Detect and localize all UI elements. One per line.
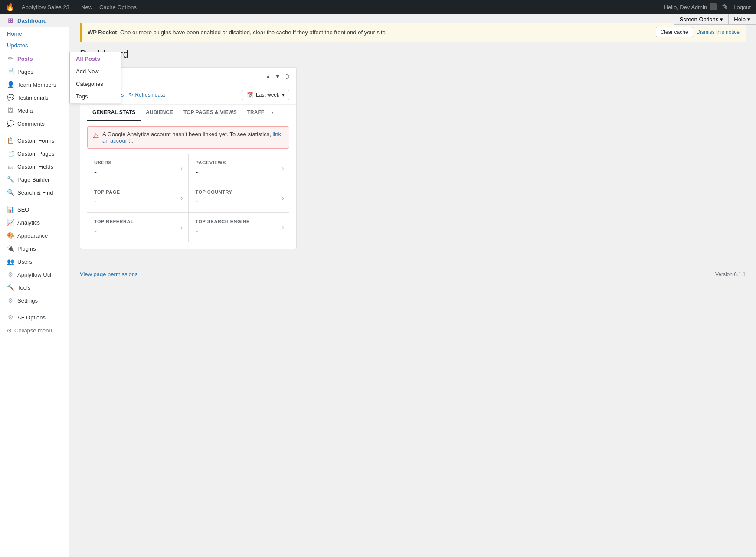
sidebar-home-link[interactable]: Home	[0, 27, 69, 40]
clear-cache-button[interactable]: Clear cache	[656, 27, 693, 37]
new-button[interactable]: + New	[76, 4, 92, 10]
sidebar-item-team-members[interactable]: 👤 Team Members	[0, 78, 69, 91]
widget-tabs: GENERAL STATS AUDIENCE TOP PAGES & VIEWS…	[80, 105, 296, 121]
top-search-engine-value: -	[196, 227, 283, 236]
dismiss-notice-button[interactable]: Dismiss this notice	[697, 29, 740, 35]
sidebar-item-analytics[interactable]: 📈 Analytics	[0, 216, 69, 229]
period-selector-button[interactable]: 📅 Last week ▾	[242, 90, 289, 100]
widget-collapse-up-button[interactable]: ▲	[265, 73, 271, 80]
sidebar-item-tools[interactable]: 🔨 Tools	[0, 281, 69, 294]
tab-traffic[interactable]: TRAFF	[242, 105, 269, 121]
sidebar-item-plugins[interactable]: 🔌 Plugins	[0, 242, 69, 255]
sidebar-item-page-builder[interactable]: 🔧 Page Builder	[0, 173, 69, 186]
tab-audience[interactable]: AUDIENCE	[141, 105, 178, 121]
version-label: Version 6.1.1	[715, 271, 746, 277]
site-name[interactable]: Applyflow Sales 23	[22, 4, 69, 10]
posts-dropdown-menu: All Posts Add New Categories Tags	[69, 52, 121, 103]
stat-card-top-referral[interactable]: TOP REFERRAL - ›	[87, 213, 188, 242]
admin-bar: 🔥 Applyflow Sales 23 + New Cache Options…	[0, 0, 756, 14]
stat-card-top-search-engine[interactable]: TOP SEARCH ENGINE - ›	[189, 213, 290, 242]
media-icon: 🖼	[7, 107, 14, 114]
error-icon: ⚠	[93, 131, 99, 140]
sidebar-item-posts[interactable]: ✏ Posts	[0, 52, 69, 65]
stat-card-pageviews[interactable]: PAGEVIEWS - ›	[189, 154, 290, 183]
search-icon: 🔍	[7, 189, 14, 196]
pageviews-label: PAGEVIEWS	[196, 160, 283, 165]
page-builder-icon: 🔧	[7, 176, 14, 183]
sidebar-item-af-options[interactable]: ⚙ AF Options	[0, 311, 69, 324]
stat-card-top-country[interactable]: TOP COUNTRY - ›	[189, 183, 290, 212]
sidebar-item-comments[interactable]: 💭 Comments	[0, 117, 69, 130]
sidebar-item-pages[interactable]: 📄 Pages	[0, 65, 69, 78]
notice-text: WP Rocket: One or more plugins have been…	[88, 29, 387, 36]
top-country-value: -	[196, 197, 283, 206]
tabs-more-button[interactable]: ›	[269, 105, 275, 121]
sidebar-collapse-button[interactable]: ⊙ Collapse menu	[0, 324, 69, 337]
sidebar: ⊞ Dashboard Home Updates ✏ Posts 📄 Pages…	[0, 14, 69, 557]
sidebar-item-users[interactable]: 👥 Users	[0, 255, 69, 268]
sidebar-item-seo[interactable]: 📊 SEO	[0, 203, 69, 216]
sidebar-item-search-find[interactable]: 🔍 Search & Find	[0, 186, 69, 199]
page-footer: View page permissions Version 6.1.1	[80, 267, 746, 282]
dropdown-all-posts[interactable]: All Posts	[70, 52, 121, 65]
users-value: -	[94, 168, 181, 177]
calendar-icon: 📅	[247, 92, 253, 98]
sidebar-item-settings[interactable]: ⚙ Settings	[0, 294, 69, 307]
tab-general-stats[interactable]: GENERAL STATS	[87, 105, 141, 121]
cache-options-button[interactable]: Cache Options	[99, 4, 137, 10]
posts-icon: ✏	[7, 55, 14, 62]
plugins-icon: 🔌	[7, 245, 14, 252]
stat-card-top-page[interactable]: TOP PAGE - ›	[87, 183, 188, 212]
main-content: WP Rocket: One or more plugins have been…	[69, 14, 756, 557]
sidebar-item-custom-fields[interactable]: 🗂 Custom Fields	[0, 160, 69, 173]
top-referral-value: -	[94, 227, 181, 236]
top-page-value: -	[94, 197, 181, 206]
comments-icon: 💭	[7, 120, 14, 127]
stat-card-users[interactable]: USERS - ›	[87, 154, 188, 183]
refresh-data-button[interactable]: ↻ Refresh data	[129, 92, 165, 98]
custom-pages-icon: 📑	[7, 150, 14, 157]
top-page-arrow-icon: ›	[180, 194, 183, 202]
page-header: Dashboard	[80, 49, 746, 60]
top-country-label: TOP COUNTRY	[196, 189, 283, 195]
testimonials-icon: 💬	[7, 94, 14, 101]
widget-collapse-down-button[interactable]: ▼	[275, 73, 281, 80]
avatar	[710, 3, 717, 10]
sidebar-item-custom-forms[interactable]: 📋 Custom Forms	[0, 134, 69, 147]
ga-error-text: A Google Analytics account hasn't been l…	[102, 131, 284, 144]
admin-user-label: Hello, Dev Admin	[664, 3, 717, 10]
admin-edit-icon[interactable]: ✎	[722, 2, 728, 12]
top-page-label: TOP PAGE	[94, 189, 181, 195]
wp-logo-icon: 🔥	[5, 2, 15, 12]
notice-buttons: Clear cache Dismiss this notice	[656, 27, 740, 37]
top-country-arrow-icon: ›	[282, 194, 284, 202]
top-referral-arrow-icon: ›	[180, 224, 183, 231]
dashboard-icon: ⊞	[7, 17, 14, 24]
sidebar-updates-link[interactable]: Updates	[0, 40, 69, 52]
widget-expand-button[interactable]: ⬡	[284, 73, 289, 80]
analytics-icon: 📈	[7, 219, 14, 226]
sidebar-item-dashboard[interactable]: ⊞ Dashboard	[0, 14, 69, 27]
dropdown-tags[interactable]: Tags	[70, 90, 121, 103]
custom-forms-icon: 📋	[7, 137, 14, 144]
sidebar-item-applyflow-util[interactable]: ⚙ Applyflow Util	[0, 268, 69, 281]
screen-options-bar: Screen Options ▾ Help ▾	[674, 14, 756, 25]
users-icon: 👥	[7, 258, 14, 265]
sidebar-item-media[interactable]: 🖼 Media	[0, 104, 69, 117]
sidebar-item-custom-pages[interactable]: 📑 Custom Pages	[0, 147, 69, 160]
custom-fields-icon: 🗂	[7, 163, 14, 170]
top-search-engine-arrow-icon: ›	[282, 224, 284, 231]
tools-icon: 🔨	[7, 284, 14, 291]
tab-top-pages-views[interactable]: TOP PAGES & VIEWS	[178, 105, 242, 121]
dropdown-add-new[interactable]: Add New	[70, 65, 121, 78]
wp-rocket-notice: WP Rocket: One or more plugins have been…	[80, 23, 746, 42]
dropdown-categories[interactable]: Categories	[70, 78, 121, 90]
view-page-permissions-link[interactable]: View page permissions	[80, 271, 137, 277]
sidebar-item-appearance[interactable]: 🎨 Appearance	[0, 229, 69, 242]
screen-options-button[interactable]: Screen Options ▾	[674, 14, 729, 25]
help-button[interactable]: Help ▾	[728, 14, 756, 25]
collapse-icon: ⊙	[7, 327, 12, 334]
logout-button[interactable]: Logout	[733, 4, 751, 10]
team-icon: 👤	[7, 81, 14, 88]
sidebar-item-testimonials[interactable]: 💬 Testimonials	[0, 91, 69, 104]
